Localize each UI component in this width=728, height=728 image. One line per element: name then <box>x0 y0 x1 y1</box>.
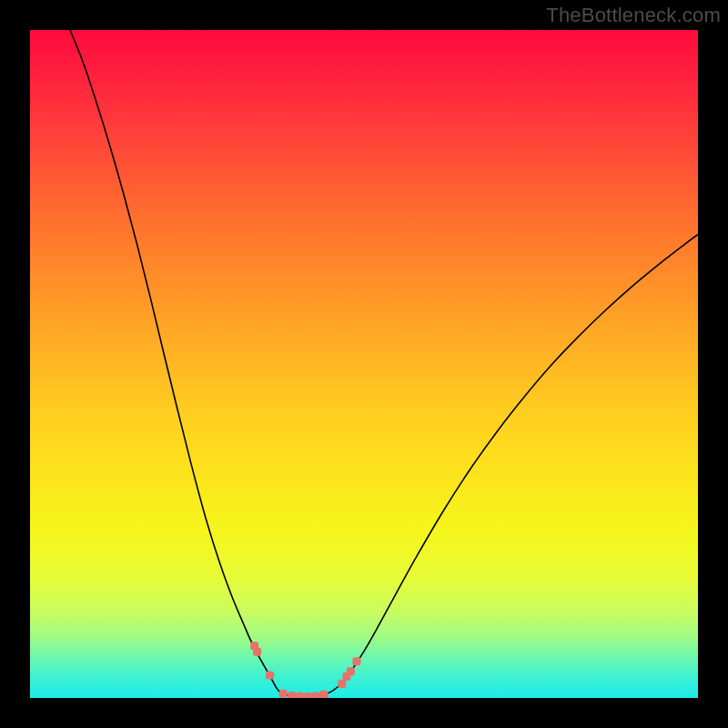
marker-dot <box>338 680 346 688</box>
chart-plot-area <box>30 30 698 698</box>
chart-frame: TheBottleneck.com <box>0 0 728 728</box>
marker-dot <box>304 693 312 698</box>
curve-line <box>70 30 698 697</box>
marker-dot <box>253 648 261 656</box>
marker-dot <box>319 691 328 698</box>
marker-dot <box>312 692 320 698</box>
marker-dot <box>352 657 360 665</box>
marker-dot <box>296 693 304 698</box>
bottleneck-curve <box>30 30 698 698</box>
watermark-text: TheBottleneck.com <box>546 4 721 27</box>
marker-dot <box>266 672 274 680</box>
marker-dot <box>347 667 355 675</box>
marker-dot <box>288 692 296 698</box>
marker-dot <box>279 690 288 698</box>
